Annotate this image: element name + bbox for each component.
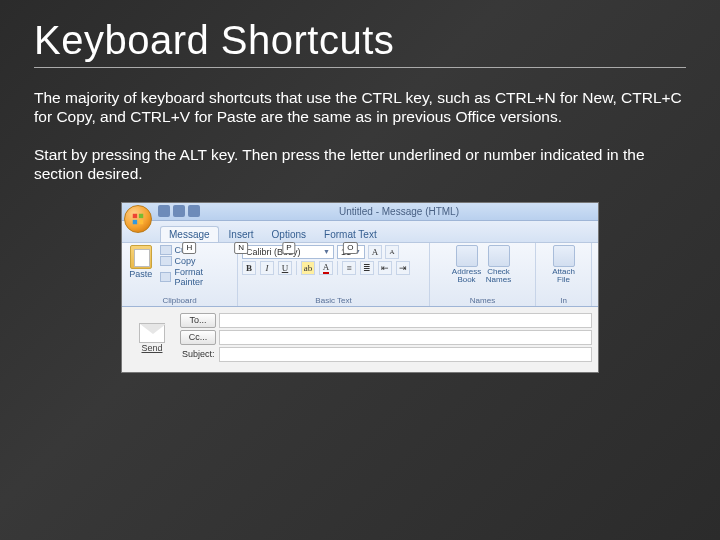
group-basic-text: Calibri (Body)▼ 11▼ A A B I U ab A ≡: [238, 243, 430, 306]
font-color-button[interactable]: A: [319, 261, 333, 275]
tab-insert[interactable]: Insert N: [221, 227, 262, 242]
qat-save-icon[interactable]: [158, 205, 170, 217]
paste-button[interactable]: Paste: [126, 245, 156, 287]
format-painter-label: Format Painter: [174, 267, 233, 287]
svg-rect-2: [133, 219, 137, 223]
window-titlebar: Untitled - Message (HTML): [122, 203, 598, 221]
tab-options[interactable]: Options P: [264, 227, 314, 242]
attach-file-label: Attach File: [552, 267, 575, 284]
copy-label: Copy: [175, 256, 196, 266]
keytip-message: H: [182, 242, 196, 254]
address-book-icon: [456, 245, 478, 267]
quick-access-toolbar: [158, 205, 200, 217]
underline-button[interactable]: U: [278, 261, 292, 275]
paragraph-2: Start by pressing the ALT key. Then pres…: [34, 145, 686, 184]
keytip-options: P: [282, 242, 295, 254]
paste-label: Paste: [126, 269, 156, 279]
chevron-down-icon: ▼: [323, 248, 330, 255]
format-painter-button[interactable]: Format Painter: [160, 267, 233, 287]
tab-format-text[interactable]: Format Text O: [316, 227, 385, 242]
send-label: Send: [141, 343, 162, 353]
tab-message[interactable]: Message H: [160, 226, 219, 242]
separator: [296, 261, 297, 275]
keytip-format: O: [343, 242, 357, 254]
cc-field[interactable]: [219, 330, 592, 345]
attach-file-button[interactable]: Attach File: [549, 245, 579, 284]
paperclip-icon: [553, 245, 575, 267]
qat-undo-icon[interactable]: [173, 205, 185, 217]
paste-icon: [130, 245, 152, 269]
title-divider: [34, 67, 686, 68]
cut-button[interactable]: Cut: [160, 245, 233, 255]
ribbon-tabs: Message H Insert N Options P Format Text…: [122, 221, 598, 243]
window-title: Untitled - Message (HTML): [200, 206, 598, 217]
copy-button[interactable]: Copy: [160, 256, 233, 266]
qat-redo-icon[interactable]: [188, 205, 200, 217]
tab-label: Insert: [229, 229, 254, 240]
highlight-button[interactable]: ab: [301, 261, 315, 275]
italic-button[interactable]: I: [260, 261, 274, 275]
office-button[interactable]: [124, 205, 152, 233]
bullets-button[interactable]: ≡: [342, 261, 356, 275]
svg-rect-0: [133, 213, 137, 217]
group-label-include: In: [540, 296, 587, 306]
shrink-font-button[interactable]: A: [385, 245, 399, 259]
increase-indent-button[interactable]: ⇥: [396, 261, 410, 275]
copy-icon: [160, 256, 172, 266]
grow-font-button[interactable]: A: [368, 245, 382, 259]
group-label-basic-text: Basic Text: [242, 296, 425, 306]
svg-rect-1: [139, 213, 143, 217]
compose-pane: Send To... Cc... Subject:: [122, 307, 598, 372]
scissors-icon: [160, 245, 172, 255]
group-clipboard: Paste Cut Copy Format Painter Clipboard: [122, 243, 238, 306]
tab-label: Format Text: [324, 229, 377, 240]
subject-field[interactable]: [219, 347, 592, 362]
cc-button[interactable]: Cc...: [180, 330, 216, 345]
address-book-label: Address Book: [452, 267, 481, 284]
brush-icon: [160, 272, 172, 282]
address-book-button[interactable]: Address Book: [452, 245, 482, 284]
to-button[interactable]: To...: [180, 313, 216, 328]
tab-label: Message: [169, 229, 210, 240]
to-field[interactable]: [219, 313, 592, 328]
group-names: Address Book Check Names Names: [430, 243, 536, 306]
envelope-icon: [139, 323, 165, 343]
check-names-button[interactable]: Check Names: [484, 245, 514, 284]
separator: [337, 261, 338, 275]
decrease-indent-button[interactable]: ⇤: [378, 261, 392, 275]
screenshot-office-ribbon: Untitled - Message (HTML) Message H Inse…: [121, 202, 599, 373]
group-label-clipboard: Clipboard: [126, 296, 233, 306]
send-button[interactable]: Send: [128, 323, 176, 353]
keytip-insert: N: [234, 242, 248, 254]
paragraph-1: The majority of keyboard shortcuts that …: [34, 88, 686, 127]
tab-label: Options: [272, 229, 306, 240]
group-include: Attach File In: [536, 243, 592, 306]
subject-label: Subject:: [180, 349, 216, 359]
bold-button[interactable]: B: [242, 261, 256, 275]
check-names-icon: [488, 245, 510, 267]
group-label-names: Names: [434, 296, 531, 306]
svg-rect-3: [139, 219, 143, 223]
slide-title: Keyboard Shortcuts: [34, 18, 686, 63]
check-names-label: Check Names: [486, 267, 511, 284]
numbering-button[interactable]: ≣: [360, 261, 374, 275]
